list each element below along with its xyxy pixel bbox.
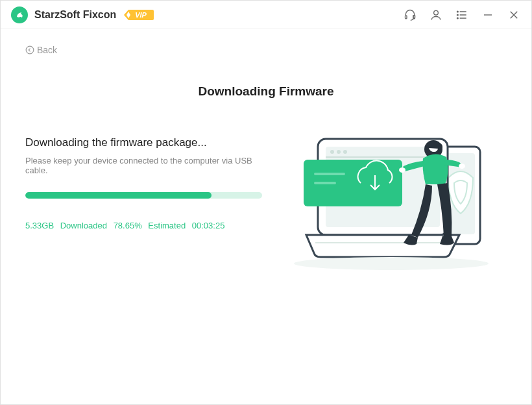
download-stats: 5.33GB Downloaded 78.65% Estimated 00:03…	[25, 221, 262, 230]
svg-point-13	[26, 46, 34, 54]
svg-rect-1	[405, 15, 407, 18]
main-row: Downloading the firmware package... Plea…	[25, 132, 507, 282]
svg-point-30	[294, 257, 489, 270]
progress-fill	[25, 192, 212, 199]
stat-estimated-label: Estimated	[148, 221, 186, 230]
svg-point-19	[330, 150, 334, 154]
svg-point-28	[399, 167, 405, 173]
app-title: StarzSoft Fixcon	[34, 9, 116, 21]
download-subtitle: Downloading the firmware package...	[25, 136, 262, 149]
svg-point-20	[337, 150, 341, 154]
stat-estimated-value: 00:03:25	[192, 221, 225, 230]
app-window: StarzSoft Fixcon VIP	[0, 0, 532, 405]
titlebar: StarzSoft Fixcon VIP	[1, 1, 531, 29]
svg-point-3	[434, 10, 439, 15]
illustration	[275, 119, 507, 282]
titlebar-controls	[403, 8, 521, 22]
back-label: Back	[37, 45, 57, 55]
svg-point-6	[457, 14, 459, 16]
minimize-icon[interactable]	[481, 8, 495, 22]
svg-point-4	[457, 11, 459, 12]
back-button[interactable]: Back	[25, 45, 57, 55]
close-icon[interactable]	[507, 8, 521, 22]
progress-bar	[25, 192, 262, 199]
stat-size: 5.33GB	[25, 221, 54, 230]
stat-downloaded-label: Downloaded	[60, 221, 107, 230]
svg-point-29	[459, 164, 465, 169]
support-headset-icon[interactable]	[403, 8, 417, 22]
page-title: Downloading Firmware	[25, 84, 507, 99]
svg-point-21	[343, 150, 347, 154]
content-area: Back Downloading Firmware Downloading th…	[1, 29, 531, 404]
menu-list-icon[interactable]	[455, 8, 469, 22]
back-arrow-icon	[25, 45, 34, 55]
svg-text:VIP: VIP	[135, 11, 147, 19]
download-panel: Downloading the firmware package... Plea…	[25, 132, 262, 230]
stat-downloaded-value: 78.65%	[114, 221, 142, 230]
download-hint: Please keep your device connected to the…	[25, 156, 262, 175]
svg-point-8	[457, 18, 459, 19]
logo-icon	[11, 6, 28, 23]
vip-badge: VIP	[123, 8, 154, 21]
account-icon[interactable]	[429, 8, 443, 22]
